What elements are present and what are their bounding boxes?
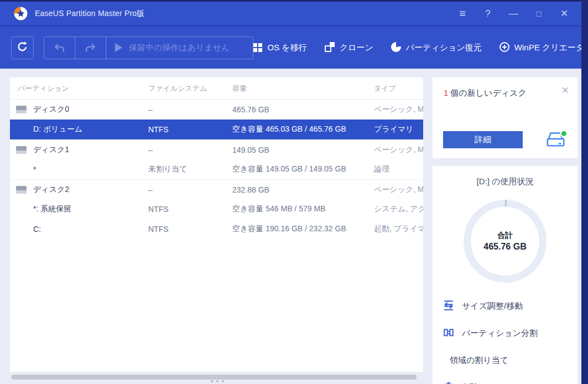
capacity: 空き容量 465.03 GB / 465.76 GB	[232, 124, 374, 134]
column-header: ファイルシステム	[148, 84, 232, 94]
detail-button[interactable]: 詳細	[443, 131, 523, 148]
table-row[interactable]: ディスク0–465.76 GBベーシック, MBR	[10, 100, 423, 120]
new-disk-card: 1個の新しいディスク ✕ 詳細	[433, 77, 577, 158]
action-resize-move[interactable]: サイズ調整/移動	[443, 293, 577, 320]
partition-type: システム, アク…	[374, 204, 423, 214]
donut-center-label: 合計	[497, 231, 513, 241]
file-system: –	[148, 146, 232, 154]
horizontal-scrollbar[interactable]	[11, 375, 417, 380]
partition-name: ディスク2	[18, 185, 148, 195]
table-header: パーティションファイルシステム容量タイプ	[10, 77, 423, 100]
menu-icon[interactable]: ≡	[456, 7, 469, 20]
table-row[interactable]: C:NTFS空き容量 190.16 GB / 232.32 GB起動, プライマ…	[10, 219, 423, 239]
new-disk-drive-icon	[544, 127, 568, 152]
refresh-button[interactable]	[11, 37, 34, 59]
maximize-icon[interactable]: □	[533, 7, 545, 20]
column-header: パーティション	[18, 84, 148, 94]
help-icon[interactable]: ?	[482, 7, 494, 20]
usage-title: [D:] の使用状況	[433, 177, 577, 187]
file-system: NTFS	[148, 125, 232, 134]
partition-actions: サイズ調整/移動パーティション分割領域の割り当て削除	[433, 293, 577, 384]
toolbar-button-clone[interactable]: クローン	[325, 42, 373, 54]
easeus-logo-icon	[13, 6, 28, 21]
toolbar-button-winpe-creator[interactable]: WinPE クリエーター	[499, 42, 588, 54]
undo-button[interactable]	[44, 37, 75, 59]
donut-center-value: 465.76 GB	[483, 242, 526, 252]
capacity: 149.05 GB	[232, 146, 374, 154]
capacity: 232.88 GB	[232, 185, 374, 194]
action-allocate-space[interactable]: 領域の割り当て	[443, 347, 577, 374]
file-system: NTFS	[148, 225, 232, 233]
background-window-edge	[581, 0, 588, 384]
window-controls: ≡ ? — □ ✕	[456, 7, 570, 20]
apply-pending-button[interactable]: 保留中の操作はありません	[106, 37, 253, 59]
new-disk-count: 1	[444, 88, 448, 97]
delete-icon	[443, 381, 455, 384]
partition-name: *: 系統保留	[18, 204, 148, 214]
resize-move-icon	[443, 299, 455, 313]
titlebar: EaseUS Partition Master Pro版 ≡ ? — □ ✕	[0, 0, 588, 25]
capacity: 空き容量 190.16 GB / 232.32 GB	[232, 224, 374, 234]
file-system: –	[148, 105, 232, 114]
usage-card: [D:] の使用状況 合計 465.76 GB サイズ調整/移動パーティション分…	[433, 166, 577, 384]
disk-icon	[16, 106, 27, 113]
redo-button[interactable]	[75, 37, 106, 59]
plus-circle-icon	[499, 42, 509, 54]
play-icon	[115, 43, 122, 52]
column-header: タイプ	[374, 84, 423, 94]
new-disk-message: 1個の新しいディスク	[444, 88, 527, 98]
partition-type: ベーシック, MBR	[374, 185, 423, 195]
partition-name: *	[18, 165, 148, 174]
pending-operations-label: 保留中の操作はありません	[129, 43, 244, 53]
minimize-icon[interactable]: —	[507, 7, 519, 20]
close-icon[interactable]: ✕	[558, 7, 570, 20]
partition-table: パーティションファイルシステム容量タイプ ディスク0–465.76 GBベーシッ…	[10, 77, 423, 372]
file-system: 未割り当て	[148, 164, 232, 174]
window-title: EaseUS Partition Master Pro版	[35, 9, 145, 19]
table-row[interactable]: D: ボリュームNTFS空き容量 465.03 GB / 465.76 GBプラ…	[10, 120, 423, 139]
partition-name: ディスク0	[18, 105, 148, 115]
close-icon[interactable]: ✕	[561, 85, 569, 96]
action-delete[interactable]: 削除	[443, 374, 577, 384]
column-header: 容量	[232, 84, 374, 94]
file-system: –	[148, 185, 232, 194]
table-row[interactable]: *未割り当て空き容量 149.05 GB / 149.05 GB論理	[10, 159, 423, 179]
refresh-icon	[16, 40, 29, 55]
partition-type: プライマリ	[374, 124, 423, 134]
pending-operations-group: 保留中の操作はありません	[44, 37, 253, 59]
page-dots	[211, 380, 224, 382]
partition-name: C:	[18, 225, 148, 233]
partition-name: D: ボリューム	[18, 124, 148, 134]
toolbar: 保留中の操作はありません OS を移行クローンパーティション復元WinPE クリ…	[0, 25, 588, 69]
toolbar-button-migrate-os[interactable]: OS を移行	[253, 43, 306, 53]
partition-type: 起動, プライマリ	[374, 224, 423, 234]
toolbar-button-partition-recovery[interactable]: パーティション復元	[391, 42, 482, 54]
pie-icon	[391, 42, 401, 54]
split-partition-icon	[443, 326, 455, 340]
toolbar-actions: OS を移行クローンパーティション復元WinPE クリエーターツール▾	[253, 41, 588, 54]
table-row[interactable]: ディスク1–149.05 GBベーシック, MBR	[10, 139, 423, 159]
capacity: 空き容量 149.05 GB / 149.05 GB	[232, 164, 374, 174]
file-system: NTFS	[148, 205, 232, 214]
partition-type: 論理	[374, 164, 423, 174]
table-row[interactable]: ディスク2–232.88 GBベーシック, MBR	[10, 179, 423, 199]
capacity: 465.76 GB	[232, 105, 374, 114]
action-split-partition[interactable]: パーティション分割	[443, 320, 577, 347]
partition-name: ディスク1	[18, 145, 148, 155]
partition-type: ベーシック, MBR	[374, 105, 423, 115]
usage-donut-chart: 合計 465.76 GB	[464, 200, 547, 283]
table-row[interactable]: *: 系統保留NTFS空き容量 546 MB / 579 MBシステム, アク…	[10, 199, 423, 219]
windows-grid-icon	[253, 43, 262, 52]
app-window: EaseUS Partition Master Pro版 ≡ ? — □ ✕	[0, 0, 588, 384]
clone-icon	[325, 42, 335, 54]
capacity: 空き容量 546 MB / 579 MB	[232, 204, 374, 214]
disk-icon	[16, 186, 27, 194]
disk-icon	[16, 146, 27, 154]
partition-type: ベーシック, MBR	[374, 145, 423, 155]
